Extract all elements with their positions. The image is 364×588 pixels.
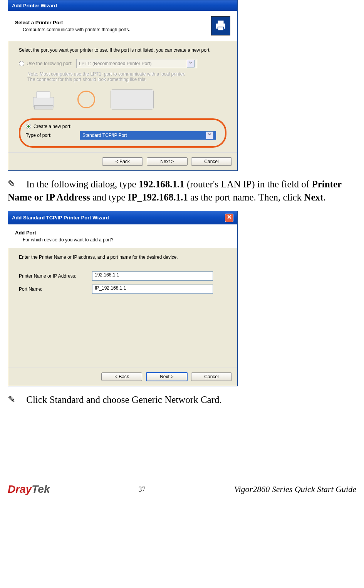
- dialog-body: Enter the Printer Name or IP address, an…: [8, 248, 237, 367]
- dialog-header: Select a Printer Port Computers communic…: [8, 11, 237, 41]
- header-title: Select a Printer Port: [15, 20, 211, 25]
- next-button[interactable]: Next >: [147, 157, 188, 166]
- port-type-label: Type of port:: [26, 133, 80, 138]
- dialog-header: Add Port For which device do you want to…: [8, 224, 237, 248]
- radio-label: Create a new port:: [34, 124, 72, 129]
- port-name-row: Port Name: IP_192.168.1.1: [19, 285, 226, 294]
- close-button[interactable]: [225, 214, 233, 222]
- port-name-label: Port Name:: [19, 286, 92, 292]
- cancel-button[interactable]: Cancel: [191, 372, 232, 381]
- printer-name-row: Printer Name or IP Address: 192.168.1.1: [19, 271, 226, 281]
- radio-create-new-port[interactable]: Create a new port:: [26, 124, 220, 129]
- dropdown-value: Standard TCP/IP Port: [82, 133, 127, 138]
- step-marker-icon: ✎: [8, 178, 24, 190]
- cancel-button[interactable]: Cancel: [191, 157, 232, 166]
- radio-unchecked-icon: [19, 61, 24, 66]
- svg-rect-4: [36, 92, 50, 98]
- printer-name-label: Printer Name or IP Address:: [19, 273, 92, 279]
- logo: DrayTek: [8, 483, 50, 495]
- back-button[interactable]: < Back: [101, 372, 142, 381]
- dropdown-value: LPT1: (Recommended Printer Port): [79, 61, 152, 66]
- step-10-instruction: ✎ Click Standard and choose Generic Netw…: [8, 393, 356, 406]
- svg-rect-5: [35, 106, 53, 110]
- dialog-footer: < Back Next > Cancel: [8, 367, 237, 386]
- chevron-down-icon: [187, 60, 195, 67]
- instruction-text: Select the port you want your printer to…: [19, 47, 226, 53]
- printer-name-input[interactable]: 192.168.1.1: [92, 271, 213, 281]
- header-subtitle: For which device do you want to add a po…: [23, 237, 230, 243]
- highlight-circle-icon: [77, 91, 95, 108]
- printer-drawing-icon: [27, 86, 62, 113]
- dialog-body: Select the port you want your printer to…: [8, 41, 237, 152]
- note-line-2: The connector for this port should look …: [27, 77, 226, 82]
- header-subtitle: Computers communicate with printers thro…: [23, 27, 211, 32]
- titlebar[interactable]: Add Printer Wizard: [8, 0, 237, 11]
- next-button[interactable]: Next >: [146, 372, 188, 381]
- port-name-input[interactable]: IP_192.168.1.1: [92, 285, 213, 294]
- titlebar[interactable]: Add Standard TCP/IP Printer Port Wizard: [8, 211, 237, 224]
- step-marker-icon: ✎: [8, 393, 24, 406]
- window-title: Add Printer Wizard: [12, 3, 57, 8]
- step-text: Click Standard and choose Generic Networ…: [26, 394, 221, 405]
- port-type-dropdown[interactable]: Standard TCP/IP Port: [80, 131, 216, 140]
- printer-icon: [211, 16, 230, 35]
- guide-name: Vigor2860 Series Quick Start Guide: [234, 484, 356, 494]
- window-title: Add Standard TCP/IP Printer Port Wizard: [12, 215, 109, 221]
- create-port-highlight: Create a new port: Type of port: Standar…: [19, 118, 226, 148]
- radio-label: Use the following port:: [27, 61, 72, 66]
- instruction-text: Enter the Printer Name or IP address, an…: [19, 254, 226, 260]
- connector-illustration: [27, 86, 226, 113]
- add-printer-wizard-dialog: Add Printer Wizard Select a Printer Port…: [8, 0, 238, 171]
- chevron-down-icon[interactable]: [206, 131, 213, 139]
- page-footer: DrayTek 37 Vigor2860 Series Quick Start …: [8, 483, 356, 495]
- radio-use-following-port[interactable]: Use the following port: LPT1: (Recommend…: [19, 59, 226, 68]
- radio-checked-icon: [26, 124, 31, 129]
- add-tcpip-port-wizard-dialog: Add Standard TCP/IP Printer Port Wizard …: [8, 211, 238, 386]
- note-block: Note: Most computers use the LPT1: port …: [27, 71, 226, 82]
- header-title: Add Port: [15, 230, 230, 236]
- note-line-1: Note: Most computers use the LPT1: port …: [27, 71, 226, 77]
- back-button[interactable]: < Back: [102, 157, 143, 166]
- port-dropdown-disabled: LPT1: (Recommended Printer Port): [76, 59, 197, 68]
- dialog-footer: < Back Next > Cancel: [8, 152, 237, 170]
- page-number: 37: [139, 485, 146, 494]
- parallel-port-icon: [111, 89, 154, 110]
- step-9-instruction: ✎ In the following dialog, type 192.168.…: [8, 178, 356, 204]
- svg-rect-2: [218, 27, 224, 30]
- svg-rect-1: [218, 21, 224, 24]
